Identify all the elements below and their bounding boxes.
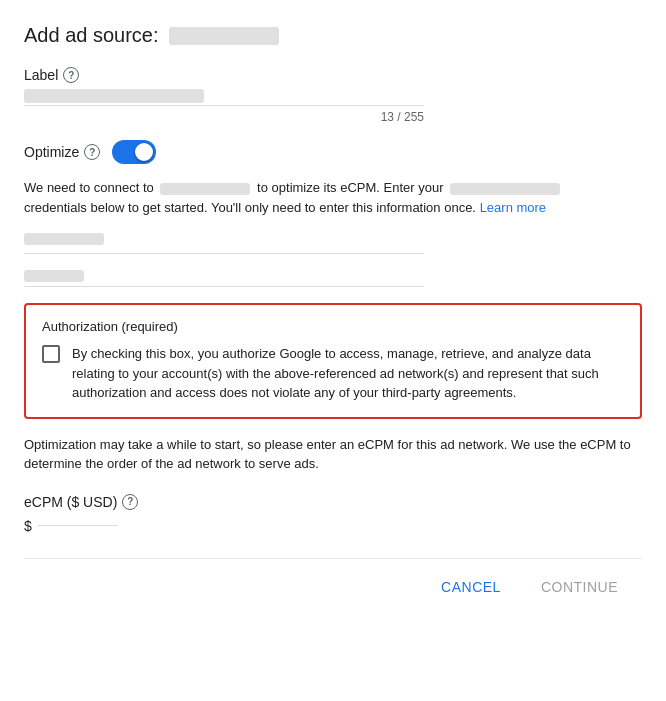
ecpm-currency-symbol: $: [24, 518, 32, 534]
desc-credentials-ref: [450, 183, 560, 195]
desc-text-before: We need to connect to: [24, 180, 154, 195]
page-title: Add ad source:: [24, 24, 159, 47]
cancel-button[interactable]: CANCEL: [425, 571, 517, 603]
ecpm-help-icon[interactable]: ?: [122, 494, 138, 510]
ecpm-label-row: eCPM ($ USD) ?: [24, 494, 642, 510]
label-help-icon[interactable]: ?: [63, 67, 79, 83]
label-field-label: Label ?: [24, 67, 642, 83]
credential-underline-1: [24, 253, 424, 254]
optimize-help-icon[interactable]: ?: [84, 144, 100, 160]
optimize-row: Optimize ?: [24, 140, 642, 164]
dialog-footer: CANCEL CONTINUE: [24, 559, 642, 611]
label-input-value[interactable]: [24, 89, 204, 103]
desc-text-after: credentials below to get started. You'll…: [24, 200, 476, 215]
authorization-box: Authorization (required) By checking thi…: [24, 303, 642, 419]
ecpm-label-text: eCPM ($ USD): [24, 494, 117, 510]
optimize-label-row: Optimize ?: [24, 144, 100, 160]
desc-text-middle: to optimize its eCPM. Enter your: [257, 180, 443, 195]
authorization-checkbox[interactable]: [42, 345, 60, 363]
optimize-toggle[interactable]: [112, 140, 156, 164]
optimize-text: Optimize: [24, 144, 79, 160]
title-row: Add ad source:: [24, 24, 642, 47]
title-ad-source-name: [169, 27, 279, 45]
authorization-title: Authorization (required): [42, 319, 624, 334]
credential-value-2: [24, 270, 84, 282]
ecpm-input-row: $: [24, 518, 642, 534]
description-text: We need to connect to to optimize its eC…: [24, 178, 642, 217]
continue-button[interactable]: CONTINUE: [525, 571, 634, 603]
label-char-count: 13 / 255: [24, 110, 424, 124]
label-input-underline: [24, 105, 424, 106]
label-text: Label: [24, 67, 58, 83]
authorization-text: By checking this box, you authorize Goog…: [72, 344, 624, 403]
authorization-content: By checking this box, you authorize Goog…: [42, 344, 624, 403]
add-ad-source-dialog: Add ad source: Label ? 13 / 255 Optimize…: [0, 0, 666, 627]
credential-label-1: [24, 233, 104, 245]
desc-network-name: [160, 183, 250, 195]
credential-field-1: [24, 233, 642, 254]
optimization-note: Optimization may take a while to start, …: [24, 435, 642, 474]
ecpm-input[interactable]: [38, 525, 118, 526]
learn-more-link[interactable]: Learn more: [480, 200, 546, 215]
credential-underline-2: [24, 286, 424, 287]
credential-field-2: [24, 270, 642, 287]
